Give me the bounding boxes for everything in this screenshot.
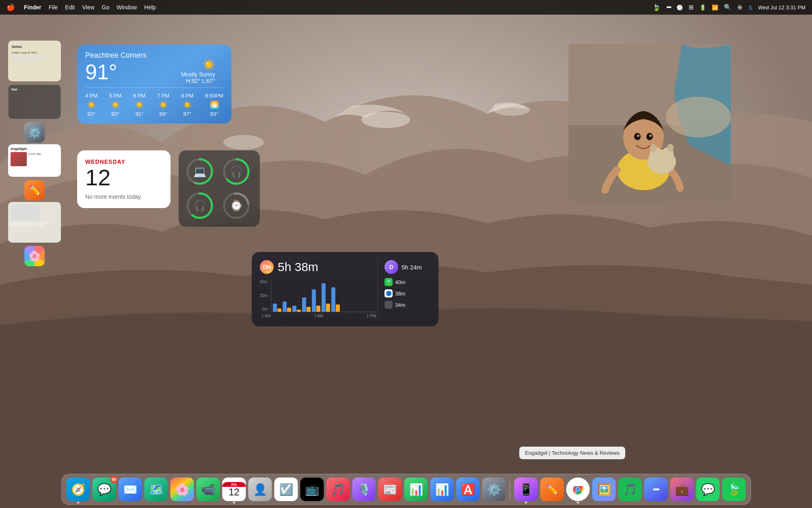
finder-menu[interactable]: Finder (24, 4, 41, 11)
siri-icon[interactable]: S (748, 4, 752, 11)
dock-music[interactable]: 🎵 (326, 478, 350, 501)
svg-point-20 (649, 135, 652, 137)
dock-settings[interactable]: ⚙️ (482, 478, 506, 501)
dock-contacts[interactable]: 👤 (248, 478, 272, 501)
screentime-avatar: DH (260, 260, 274, 274)
dock-separator (510, 481, 510, 501)
dock-evernote[interactable]: 🍃 (722, 478, 746, 501)
dock-messages[interactable]: 💬 99 (93, 478, 116, 501)
blank-time: 34m (395, 302, 405, 308)
apple-menu[interactable]: 🍎 (6, 3, 15, 12)
dock-mail[interactable]: ✉️ (119, 478, 142, 501)
dock-appletv[interactable]: 📺 (300, 478, 324, 501)
dock-whatsapp[interactable]: 💬 (696, 478, 720, 501)
dock-keynote[interactable]: 📊 (430, 478, 454, 501)
weather-hour-6pm: 6 PM ☀️ 91° (133, 93, 145, 117)
photo-widget (568, 44, 731, 202)
edrawmax-icon[interactable]: ✏️ (24, 180, 45, 200)
screentime-app-evernote: 🍃 40m (384, 278, 430, 286)
help-menu[interactable]: Help (144, 4, 156, 11)
window-menu[interactable]: Window (117, 4, 137, 11)
screentime-header: DH 5h 38m (260, 260, 378, 274)
calendar-no-events: No more events today (85, 193, 162, 200)
sidebar-app-1[interactable]: Notes better way to find... (8, 41, 61, 81)
screentime-chart (271, 280, 378, 312)
view-menu[interactable]: View (82, 4, 94, 11)
calendar-widget[interactable]: WEDNESDAY 12 No more events today (77, 150, 171, 208)
weather-icon-7pm: ☀️ (159, 100, 168, 109)
weather-hour-8pm: 8 PM ☀️ 87° (181, 93, 193, 117)
evernote-menubar-icon[interactable]: 🍃 (652, 4, 661, 11)
dots-menu-icon[interactable]: ••• (666, 4, 671, 11)
file-menu[interactable]: File (49, 4, 58, 11)
battery-icon[interactable]: 🔋 (700, 4, 706, 11)
svg-point-3 (223, 135, 264, 150)
weather-hour-5pm: 5 PM ☀️ 92° (109, 93, 121, 117)
dock-edrawmax[interactable]: ✏️ (540, 478, 564, 501)
screentime-app-chrome: 🔵 38m (384, 289, 430, 297)
clock-icon[interactable]: 🕐 (676, 4, 683, 11)
dock-spotify[interactable]: 🎵 (618, 478, 642, 501)
dock-safari[interactable]: 🧭 (67, 478, 90, 501)
dock-preview[interactable]: 🖼️ (592, 478, 616, 501)
dock-facetime[interactable]: 📹 (197, 478, 220, 501)
evernote-app-icon: 🍃 (384, 278, 393, 286)
screentime-x-labels: 1 AM 7 AM 1 PM (260, 314, 378, 318)
sidebar-app-4[interactable] (8, 202, 61, 243)
screentime-right-avatar: D (384, 260, 398, 274)
sidebar-app-2[interactable]: App (8, 85, 61, 119)
wifi-icon[interactable]: 📶 (712, 4, 718, 11)
weather-hour-7pm: 7 PM ☀️ 89° (157, 93, 169, 117)
edit-menu[interactable]: Edit (65, 4, 75, 11)
dock-chrome[interactable] (566, 478, 590, 501)
search-icon[interactable]: 🔍 (724, 4, 732, 11)
dock-more[interactable]: ••• (644, 478, 668, 501)
dock: 🧭 💬 99 ✉️ 🗺️ 🌸 📹 JUL 12 👤 ☑️ 📺 🎵 🎙️ 📰 📊 … (61, 474, 751, 505)
calendar-day-label: WEDNESDAY (85, 158, 162, 165)
weather-icon-4pm: ☀️ (87, 100, 96, 109)
dock-calendar[interactable]: JUL 12 (222, 478, 246, 501)
control-center-icon[interactable]: ⊕ (737, 4, 743, 11)
airpods-icon: 🎧 (193, 200, 206, 212)
airpods-case-battery: 🎧 (222, 157, 251, 186)
screentime-right-header: D 5h 24m (384, 260, 430, 274)
macbook-battery: 💻 (185, 157, 214, 186)
screentime-widget[interactable]: DH 5h 38m 60m 30m 0m 1 AM 7 AM (252, 252, 438, 326)
svg-point-25 (667, 144, 674, 152)
screentime-y-60m: 60m (260, 280, 268, 284)
engadget-tooltip: Engadget | Technology News & Reviews (519, 447, 625, 459)
weather-hour-4pm: 4 PM ☀️ 92° (85, 93, 97, 117)
applewatch-battery: ⌚ (222, 191, 251, 220)
weather-icon-8pm: ☀️ (183, 100, 192, 109)
datetime-display: Wed Jul 12 3:31 PM (758, 4, 806, 11)
weather-icon-850pm: 🌅 (210, 100, 219, 109)
dock-slack[interactable]: 💼 (670, 478, 694, 501)
weather-hour-850pm: 8:50PM 🌅 83° (205, 93, 223, 117)
photos-icon[interactable]: 🌸 (24, 246, 45, 266)
system-prefs-icon[interactable]: ⚙️ (24, 122, 45, 143)
svg-point-14 (666, 97, 731, 137)
dock-news[interactable]: 📰 (378, 478, 402, 501)
screentime-right-time: 5h 24m (402, 264, 422, 271)
dock-photos[interactable]: 🌸 (171, 478, 194, 501)
dock-numbers[interactable]: 📊 (404, 478, 428, 501)
screentime-right-panel: D 5h 24m 🍃 40m 🔵 38m 34m (378, 260, 430, 318)
svg-point-24 (650, 144, 657, 152)
weather-sun-icon: ☀️ (181, 59, 215, 71)
svg-point-1 (361, 112, 410, 128)
go-menu[interactable]: Go (102, 4, 110, 11)
dock-appstore[interactable]: 🅰️ (456, 478, 480, 501)
weather-description: ☀️ Mostly Sunny H:92° L:67° (181, 59, 215, 84)
weather-widget: Peachtree Corners 91° ☀️ Mostly Sunny H:… (77, 45, 231, 124)
chrome-time: 38m (395, 291, 405, 297)
display-icon[interactable]: ⊞ (689, 4, 694, 11)
svg-point-29 (577, 488, 580, 491)
sidebar-app-3[interactable]: engadget prime day (8, 144, 61, 177)
dock-podcasts[interactable]: 🎙️ (352, 478, 376, 501)
airpods-case-icon: 🎧 (230, 165, 243, 178)
dock-maps[interactable]: 🗺️ (145, 478, 168, 501)
weather-hourly: 4 PM ☀️ 92° 5 PM ☀️ 92° 6 PM ☀️ 91° 7 PM… (85, 87, 223, 117)
dock-bezel[interactable]: 📱 (514, 478, 538, 501)
blank-app-icon (384, 301, 393, 309)
dock-reminders[interactable]: ☑️ (274, 478, 298, 501)
